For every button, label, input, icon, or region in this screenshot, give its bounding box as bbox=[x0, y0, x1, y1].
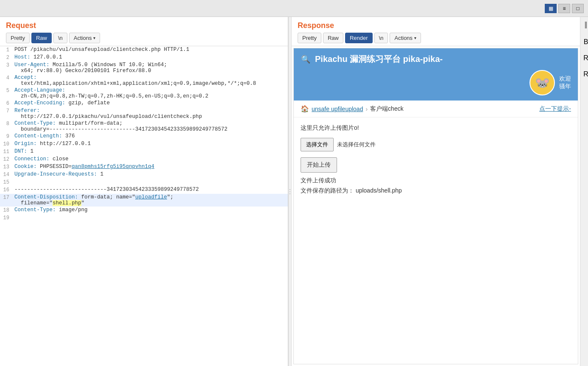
response-header: Response Pretty Raw Render \n Actions ▾ bbox=[292, 17, 580, 46]
welcome-text: 欢迎 骚年 bbox=[559, 75, 571, 90]
no-file-label: 未选择任何文件 bbox=[337, 141, 376, 148]
response-title: Response bbox=[298, 21, 574, 30]
chevron-down-icon: ▾ bbox=[414, 36, 416, 40]
upload-btn[interactable]: 开始上传 bbox=[301, 157, 337, 173]
code-line-3: 3 User-Agent: Mozilla/5.0 (Windows NT 10… bbox=[0, 61, 288, 74]
request-panel: Request Pretty Raw \n Actions ▾ 1 bbox=[0, 17, 288, 366]
user-banner: 🐭 欢迎 骚年 bbox=[294, 70, 578, 101]
code-line-17: 17 Content-Disposition: form-data; name=… bbox=[0, 194, 288, 207]
code-line-8: 8 Content-Type: multipart/form-data; bou… bbox=[0, 120, 288, 133]
response-panel: Response Pretty Raw Render \n Actions ▾ bbox=[292, 17, 580, 366]
breadcrumb-link[interactable]: unsafe upfileupload bbox=[312, 106, 363, 112]
code-line-5: 5 Accept-Language: zh-CN,zh;q=0.8,zh-TW;… bbox=[0, 87, 288, 100]
response-pretty-tab[interactable]: Pretty bbox=[298, 33, 321, 43]
side-btn-1[interactable]: ‖ bbox=[581, 20, 588, 29]
breadcrumb-current: 客户端check bbox=[370, 105, 404, 113]
horizontal-view-btn[interactable]: ≡ bbox=[558, 4, 570, 13]
breadcrumb-area: 🏠 unsafe upfileupload › 客户端check 点一下提示- bbox=[294, 101, 578, 117]
code-line-7: 7 Referer: http://127.0.0.1/pikachu/vul/… bbox=[0, 107, 288, 120]
pikachu-search-icon: 🔍 bbox=[301, 54, 311, 64]
code-line-6: 6 Accept-Encoding: gzip, deflate bbox=[0, 100, 288, 107]
upload-note: 这里只允许上传图片o! bbox=[301, 124, 571, 132]
upload-form-area: 这里只允许上传图片o! 选择文件 未选择任何文件 开始上传 文件上传成功 文件保… bbox=[294, 117, 578, 201]
response-newline-tab[interactable]: \n bbox=[374, 33, 388, 43]
pikachu-site-title: Pikachu 漏洞练习平台 pika-pika- bbox=[315, 53, 443, 65]
single-view-btn[interactable]: □ bbox=[572, 4, 584, 13]
rendered-response: 🔍 Pikachu 漏洞练习平台 pika-pika- 🐭 欢迎 骚年 bbox=[293, 48, 578, 364]
code-line-16: 16 -----------------------------34172303… bbox=[0, 186, 288, 194]
home-icon: 🏠 bbox=[301, 105, 309, 113]
user-avatar: 🐭 bbox=[529, 70, 555, 95]
code-line-9: 9 Content-Length: 376 bbox=[0, 133, 288, 140]
request-pretty-tab[interactable]: Pretty bbox=[6, 33, 30, 43]
code-line-19: 19 bbox=[0, 214, 288, 222]
drag-handle[interactable]: · · · bbox=[288, 17, 292, 366]
code-line-11: 11 DNT: 1 bbox=[0, 148, 288, 156]
upload-success-text: 文件上传成功 bbox=[301, 177, 571, 184]
choose-file-btn[interactable]: 选择文件 bbox=[301, 138, 334, 151]
code-line-12: 12 Connection: close bbox=[0, 156, 288, 163]
code-line-1: 1 POST /pikachu/vul/unsafeupload/clientc… bbox=[0, 46, 288, 54]
breadcrumb-arrow: › bbox=[365, 106, 368, 112]
request-raw-tab[interactable]: Raw bbox=[31, 33, 52, 43]
code-line-2: 2 Host: 127.0.0.1 bbox=[0, 54, 288, 61]
response-toolbar: Pretty Raw Render \n Actions ▾ bbox=[298, 33, 574, 43]
pikachu-site-header: 🔍 Pikachu 漏洞练习平台 pika-pika- bbox=[294, 48, 578, 70]
side-label-b: B bbox=[584, 38, 588, 46]
split-view-btn[interactable]: ▦ bbox=[545, 4, 557, 13]
code-line-10: 10 Origin: http://127.0.0.1 bbox=[0, 140, 288, 148]
file-path-label: 文件保存的路径为： bbox=[301, 187, 354, 194]
request-actions-btn[interactable]: Actions ▾ bbox=[69, 33, 100, 43]
top-toolbar: ▦ ≡ □ bbox=[0, 0, 588, 17]
side-label-r: R bbox=[583, 54, 588, 62]
file-input-row: 选择文件 未选择任何文件 bbox=[301, 138, 571, 151]
file-path-value: uploads/shell.php bbox=[356, 187, 402, 194]
request-title: Request bbox=[6, 21, 282, 30]
response-actions-btn[interactable]: Actions ▾ bbox=[390, 33, 421, 43]
code-line-15: 15 bbox=[0, 179, 288, 186]
side-label-r2: R bbox=[583, 70, 588, 78]
request-toolbar: Pretty Raw \n Actions ▾ bbox=[6, 33, 282, 43]
breadcrumb-nav: 🏠 unsafe upfileupload › 客户端check bbox=[301, 105, 404, 113]
code-line-4: 4 Accept: text/html,application/xhtml+xm… bbox=[0, 74, 288, 87]
request-code-area[interactable]: 1 POST /pikachu/vul/unsafeupload/clientc… bbox=[0, 46, 288, 366]
right-side-panel: ‖ B R R bbox=[580, 17, 588, 366]
file-path: 文件保存的路径为： uploads/shell.php bbox=[301, 187, 571, 195]
request-newline-tab[interactable]: \n bbox=[53, 33, 67, 43]
code-line-13: 13 Cookie: PHPSESSID=qan8pmhs15rfg5i95qn… bbox=[0, 163, 288, 171]
hint-link[interactable]: 点一下提示- bbox=[539, 105, 571, 113]
request-header: Request Pretty Raw \n Actions ▾ bbox=[0, 17, 288, 46]
response-raw-tab[interactable]: Raw bbox=[323, 33, 343, 43]
chevron-down-icon: ▾ bbox=[93, 36, 95, 40]
response-render-tab[interactable]: Render bbox=[345, 33, 373, 43]
code-line-14: 14 Upgrade-Insecure-Requests: 1 bbox=[0, 171, 288, 179]
code-line-18: 18 Content-Type: image/png bbox=[0, 207, 288, 214]
